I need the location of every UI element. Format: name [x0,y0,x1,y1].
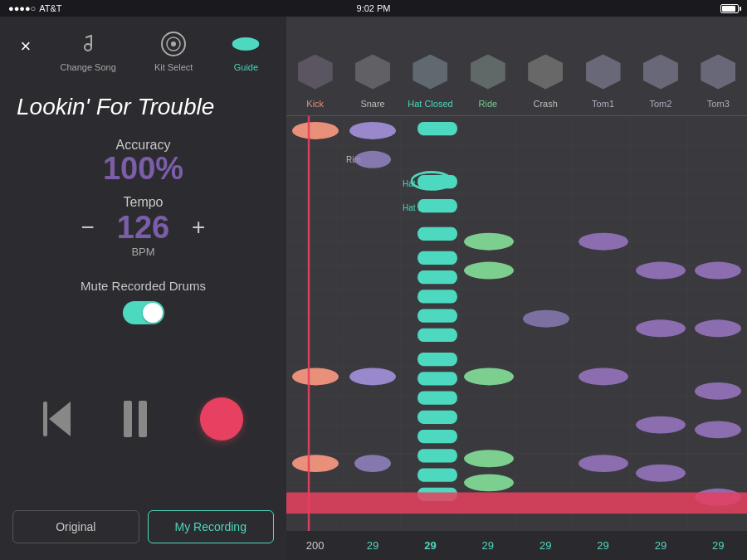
original-tab[interactable]: Original [12,510,139,543]
bottom-tabs: Original My Recording [0,502,286,552]
carrier: AT&T [39,3,61,13]
tempo-increase-button[interactable]: + [186,215,211,240]
svg-point-68 [636,319,686,337]
svg-rect-43 [417,227,457,241]
stats-section: Accuracy 100% Tempo − 126 + BPM [0,129,286,266]
svg-rect-76 [286,492,747,514]
svg-point-67 [636,262,686,280]
accuracy-row: Accuracy 100% [17,138,270,184]
status-right [720,4,739,13]
kit-select-nav[interactable]: Kit Select [154,29,193,72]
drum-col-ride: Ride [459,17,516,115]
svg-point-38 [349,368,396,385]
num-200: 200 [286,539,344,552]
svg-point-62 [464,474,514,491]
tom1-label: Tom1 [592,99,614,109]
kit-select-icon [159,29,188,59]
svg-rect-54 [417,449,457,462]
svg-point-69 [636,416,686,434]
change-song-nav[interactable]: Change Song [61,29,116,72]
drum-header: Kick Snare Hat Closed Ride [286,17,747,116]
tempo-label: Tempo [123,195,163,210]
piano-roll: Rim Hat Open Hat Pedal [286,116,747,531]
snare-icon [352,49,393,95]
svg-point-39 [354,455,391,472]
drum-col-tom3: Tom3 [690,17,747,115]
svg-rect-44 [417,251,457,265]
tom2-icon [640,49,681,95]
tempo-value: 126 [117,210,169,246]
tom3-label: Tom3 [707,99,730,109]
svg-rect-48 [417,329,457,342]
svg-rect-51 [417,391,457,404]
svg-rect-42 [417,199,457,212]
signal-dots: ●●●●○ [8,3,36,13]
right-panel: Kick Snare Hat Closed Ride [286,17,747,560]
kick-icon [295,49,336,95]
svg-point-73 [695,382,741,400]
svg-point-63 [523,310,569,328]
svg-point-64 [579,233,628,251]
hat-closed-icon [409,49,451,95]
guide-icon [231,29,261,59]
kick-label: Kick [306,99,324,109]
accuracy-value: 100% [17,153,270,184]
svg-point-3 [171,41,176,46]
snare-label: Snare [360,99,384,109]
my-recording-tab-label: My Recording [175,520,247,533]
svg-point-65 [579,368,628,385]
rewind-button[interactable] [43,402,71,436]
nav-items: Change Song Kit Select [47,29,274,72]
drum-col-hat-closed: Hat Closed [402,17,459,115]
drum-col-crash: Crash [517,17,574,115]
svg-point-7 [252,41,260,48]
svg-point-35 [292,455,339,472]
svg-point-36 [349,122,396,139]
battery-icon [720,4,739,13]
svg-rect-52 [417,411,457,424]
num-29-1: 29 [344,539,401,552]
svg-point-37 [354,151,391,168]
song-title-section: Lookin' For Trouble [0,80,286,129]
guide-label: Guide [234,62,258,72]
transport-section [0,337,286,502]
guide-nav[interactable]: Guide [231,29,261,72]
my-recording-tab[interactable]: My Recording [148,510,275,543]
num-29-7: 29 [690,539,747,552]
svg-point-74 [695,421,741,438]
svg-rect-47 [417,309,457,323]
drum-col-tom1: Tom1 [574,17,632,115]
tempo-decrease-button[interactable]: − [76,215,100,240]
tom3-icon [697,49,739,95]
svg-point-66 [579,455,628,472]
number-bar: 200 29 29 29 29 29 29 29 [286,531,747,560]
num-29-3: 29 [459,539,516,552]
svg-rect-53 [417,430,457,443]
record-button[interactable] [200,397,243,441]
status-left: ●●●●○ AT&T [8,3,62,13]
svg-point-60 [464,368,514,385]
svg-rect-45 [417,270,457,284]
mute-label: Mute Recorded Drums [81,279,206,293]
svg-rect-46 [417,290,457,303]
ride-icon [467,49,509,95]
svg-point-59 [464,262,514,280]
status-bar: ●●●●○ AT&T 9:02 PM [0,0,747,17]
svg-point-58 [464,233,514,251]
pause-icon [124,401,147,437]
ride-label: Ride [479,99,498,109]
svg-point-72 [695,319,741,337]
pause-button[interactable] [124,401,147,437]
rewind-icon [43,402,71,436]
svg-point-34 [292,368,339,385]
svg-rect-49 [417,353,457,366]
crash-icon [525,49,566,95]
svg-point-33 [292,122,339,139]
roll-svg: Rim Hat Open Hat Pedal [286,116,747,531]
accuracy-label: Accuracy [17,138,270,153]
status-time: 9:02 PM [357,3,391,13]
close-button[interactable]: × [12,33,39,60]
mute-toggle[interactable] [123,301,164,324]
tom2-label: Tom2 [649,99,671,109]
record-icon [200,397,243,441]
